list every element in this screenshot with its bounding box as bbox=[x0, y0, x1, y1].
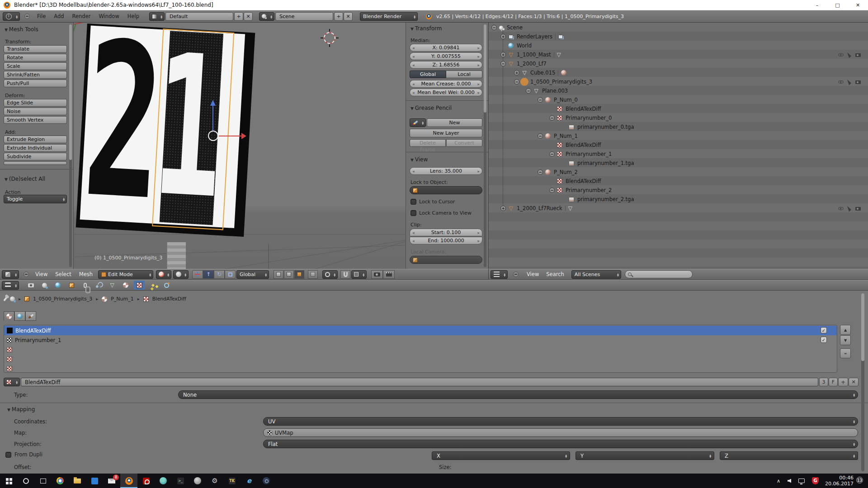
median-y-field[interactable]: Y: 0.007555 bbox=[410, 52, 482, 60]
translate-manipulator-button[interactable]: ↑ bbox=[203, 270, 214, 279]
snap-element-dropdown[interactable] bbox=[351, 270, 367, 279]
task-view-button[interactable] bbox=[34, 474, 52, 488]
brush-textures-tab[interactable] bbox=[25, 311, 36, 321]
grease-pencil-source-dropdown[interactable] bbox=[410, 118, 426, 127]
texture-slot-row-empty[interactable] bbox=[4, 364, 837, 373]
scene-browse-button[interactable] bbox=[259, 12, 274, 21]
z-axis-manipulator[interactable] bbox=[212, 106, 213, 131]
x-axis-arrowhead[interactable] bbox=[241, 133, 246, 139]
uv-map-field[interactable]: UVM­ap bbox=[263, 428, 858, 437]
manipulator-center-circle[interactable] bbox=[208, 131, 218, 141]
outliner-row-pnum0[interactable]: − P_Num_0 bbox=[489, 95, 868, 104]
users-count-button[interactable]: 3 bbox=[819, 378, 828, 386]
x-axis-manipulator[interactable] bbox=[219, 136, 241, 136]
tree-item-label[interactable]: primarynumber_2.tga bbox=[577, 196, 634, 202]
hide-icon[interactable] bbox=[838, 80, 844, 84]
breadcrumb-material[interactable]: P_Num_1 bbox=[111, 296, 134, 302]
slot-enabled-checkbox[interactable] bbox=[821, 327, 827, 333]
tree-item-label[interactable]: 1_1000_Mast bbox=[517, 52, 551, 58]
unlink-texture-button[interactable]: ✕ bbox=[849, 378, 859, 386]
grease-pencil-panel-header[interactable]: Grease Pencil bbox=[410, 105, 452, 111]
gdata-shield-icon[interactable]: G bbox=[812, 477, 819, 484]
tree-item-label[interactable]: BlendATexDiff bbox=[566, 142, 601, 148]
tree-item-label[interactable]: P_Num_1 bbox=[554, 133, 578, 139]
new-texture-button[interactable]: + bbox=[838, 378, 848, 386]
convert-button[interactable]: Convert bbox=[446, 139, 482, 147]
shading-dropdown[interactable] bbox=[156, 270, 171, 279]
breadcrumb-texture[interactable]: BlendATexDiff bbox=[152, 296, 186, 302]
renderable-icon[interactable] bbox=[855, 53, 861, 57]
outliner-row-cube015[interactable]: + Cube.015 bbox=[489, 68, 868, 77]
outliner-row-tga0[interactable]: primarynumber_0.tga bbox=[489, 122, 868, 131]
display-filter-dropdown[interactable]: All Scenes bbox=[571, 270, 621, 279]
delete-frame-button[interactable]: Delete Frame bbox=[410, 139, 446, 147]
texture-slot-row[interactable]: BlendATexDiff bbox=[4, 326, 837, 335]
outliner-row-primarynumber2[interactable]: − Primarynumber_2 bbox=[489, 186, 868, 195]
clipped-button[interactable] bbox=[4, 161, 67, 165]
axis-y-dropdown[interactable]: Y bbox=[576, 451, 714, 460]
n-panel-scrollbar-thumb[interactable] bbox=[484, 24, 486, 113]
taskbar-blender[interactable] bbox=[120, 474, 137, 488]
taskbar-terminal[interactable]: >_ bbox=[172, 474, 189, 488]
menu-view[interactable]: View bbox=[35, 271, 47, 277]
tree-item-label[interactable]: 1_0500_Primarydigits_3 bbox=[530, 79, 592, 85]
constraints-context-button[interactable] bbox=[80, 281, 90, 290]
volume-icon[interactable] bbox=[788, 479, 791, 483]
slot-move-down-button[interactable]: ▼ bbox=[840, 335, 851, 345]
axis-z-dropdown[interactable]: Z bbox=[720, 451, 858, 460]
expand-toggle[interactable]: − bbox=[549, 188, 555, 193]
expand-toggle[interactable]: − bbox=[549, 115, 555, 121]
outliner-row-blendatexdiff[interactable]: BlendATexDiff bbox=[489, 104, 868, 113]
z-axis-arrowhead[interactable] bbox=[210, 100, 216, 106]
add-layout-button[interactable]: + bbox=[234, 12, 243, 21]
extrude-region-button[interactable]: Extrude Region bbox=[4, 136, 67, 143]
outliner-row-blendatexdiff[interactable]: BlendATexDiff bbox=[489, 141, 868, 150]
translate-button[interactable]: Translate bbox=[4, 45, 67, 53]
extrude-individual-button[interactable]: Extrude Individual bbox=[4, 144, 67, 152]
taskbar-acrobat[interactable] bbox=[137, 474, 155, 488]
manipulator-axis-button[interactable] bbox=[192, 270, 203, 279]
action-dropdown[interactable]: Toggle bbox=[4, 195, 67, 203]
outliner-row-pnum2[interactable]: − P_Num_2 bbox=[489, 168, 868, 177]
expand-toggle[interactable]: − bbox=[538, 169, 543, 175]
outliner-row-mast[interactable]: + 1_1000_Mast bbox=[489, 50, 868, 59]
screen-layout-field[interactable]: Default bbox=[165, 12, 233, 21]
outliner-search-field[interactable] bbox=[625, 270, 693, 278]
outliner-row-primarynumber0[interactable]: − Primarynumber_0 bbox=[489, 113, 868, 122]
from-dupli-checkbox[interactable] bbox=[5, 452, 11, 458]
menu-view[interactable]: View bbox=[527, 271, 539, 277]
transform-panel-header[interactable]: Transform bbox=[410, 25, 442, 32]
mode-dropdown[interactable]: Edit Mode bbox=[98, 270, 153, 279]
texture-name-field[interactable]: BlendATexDiff bbox=[21, 378, 818, 386]
coordinates-dropdown[interactable]: UV bbox=[263, 417, 858, 426]
subdivide-button[interactable]: Subdivide bbox=[4, 153, 67, 160]
edge-slide-button[interactable]: Edge Slide bbox=[4, 99, 67, 107]
fake-user-button[interactable]: F bbox=[829, 378, 838, 386]
expand-toggle[interactable]: + bbox=[514, 70, 519, 75]
expand-toggle[interactable]: − bbox=[491, 25, 497, 30]
expand-toggle[interactable]: − bbox=[538, 97, 543, 103]
outliner-row-tga2[interactable]: primarynumber_2.tga bbox=[489, 195, 868, 204]
taskbar-blue-app[interactable] bbox=[86, 474, 103, 488]
delete-layout-button[interactable]: ✕ bbox=[244, 12, 253, 21]
mapping-panel-header[interactable]: Mapping bbox=[7, 406, 35, 413]
outliner-row-blendatexdiff[interactable]: BlendATexDiff bbox=[489, 177, 868, 186]
selectable-icon[interactable] bbox=[847, 205, 852, 211]
texture-slot-row[interactable]: Primarynumber_1 bbox=[4, 335, 837, 345]
scale-manipulator-button[interactable] bbox=[225, 270, 236, 279]
mesh-tools-panel-header[interactable]: Mesh Tools bbox=[5, 26, 38, 33]
cortana-button[interactable] bbox=[17, 474, 34, 488]
projection-dropdown[interactable]: Flat bbox=[263, 440, 858, 448]
tree-item-label[interactable]: P_Num_2 bbox=[554, 169, 578, 175]
tree-item-label[interactable]: Primarynumber_0 bbox=[566, 115, 612, 121]
modifiers-context-button[interactable] bbox=[93, 281, 104, 290]
close-button[interactable]: ✕ bbox=[848, 0, 868, 10]
tree-item-label[interactable]: 1_2000_Lf7Rueck bbox=[517, 205, 562, 211]
edge-select-button[interactable] bbox=[284, 270, 294, 279]
taskbar-globe-app[interactable] bbox=[189, 474, 206, 488]
minimize-button[interactable]: – bbox=[807, 0, 827, 10]
collapse-menus-icon[interactable] bbox=[24, 272, 29, 277]
network-icon[interactable] bbox=[798, 479, 805, 483]
face-select-button[interactable] bbox=[294, 270, 304, 279]
expand-toggle[interactable]: − bbox=[538, 133, 543, 139]
